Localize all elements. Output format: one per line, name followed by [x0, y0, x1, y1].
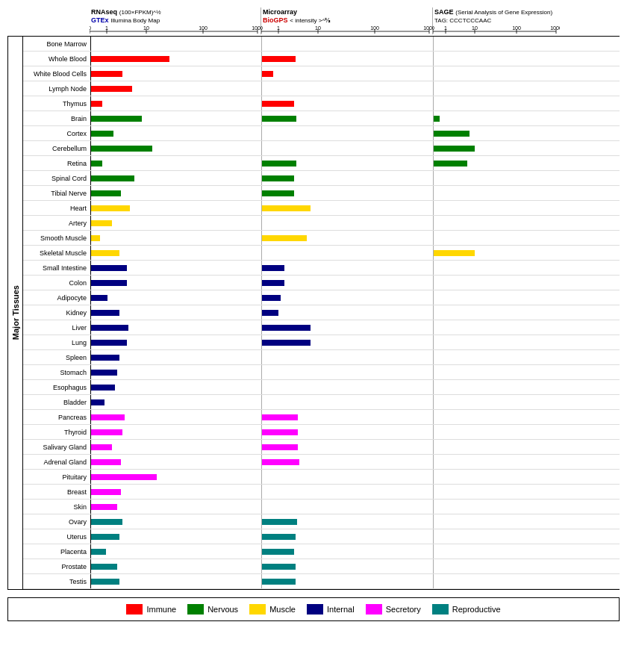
tissue-name: Spinal Cord	[23, 175, 90, 182]
sage-panel	[434, 455, 561, 469]
micro-panel	[262, 186, 434, 200]
rna-panel	[90, 470, 262, 484]
legend: ImmuneNervousMuscleInternalSecretoryRepr…	[7, 597, 620, 621]
rna-bar	[91, 146, 152, 152]
tissue-row: Prostate	[23, 559, 620, 574]
sage-panel	[434, 544, 561, 559]
micro-bar	[262, 340, 311, 346]
sage-bar	[434, 146, 475, 152]
y-axis-label: Major Tissues	[11, 285, 20, 340]
micro-panel	[262, 81, 434, 96]
sage-panel	[434, 216, 561, 230]
legend-item: Immune	[126, 604, 176, 615]
sage-tag: TAG: CCCTCCCAAC	[434, 17, 491, 24]
tissue-name: Whole Blood	[23, 55, 90, 63]
tissue-row: Artery	[23, 216, 620, 231]
tissue-name: Lymph Node	[23, 85, 90, 93]
rna-panel	[90, 231, 262, 245]
tissue-row: Thyroid	[23, 425, 620, 440]
tissue-row: Thymus	[23, 96, 620, 111]
tissue-row: Liver	[23, 320, 620, 335]
micro-panel	[262, 305, 434, 320]
micro-panel	[262, 500, 434, 514]
legend-swatch	[307, 604, 323, 615]
sage-panel	[434, 96, 561, 111]
svg-text:100: 100	[199, 25, 208, 31]
rna-panel	[90, 126, 262, 140]
tissue-name: Artery	[23, 220, 90, 227]
rna-panel	[90, 171, 262, 185]
svg-text:100: 100	[512, 25, 521, 31]
gtex-label: GTEx	[91, 16, 109, 24]
chart-body: Major Tissues Bone MarrowWhole BloodWhit…	[7, 36, 620, 590]
rna-bar	[91, 280, 127, 286]
micro-bar	[262, 325, 311, 331]
rna-bar	[91, 534, 119, 540]
legend-item: Secretory	[366, 604, 421, 615]
sage-panel	[434, 574, 561, 588]
tissue-row: Uterus	[23, 529, 620, 544]
micro-panel	[262, 201, 434, 215]
micro-bar	[262, 116, 296, 122]
tissue-name: Colon	[23, 279, 90, 287]
micro-bar	[262, 579, 296, 585]
tissue-name: Pancreas	[23, 414, 90, 421]
legend-label: Internal	[327, 605, 355, 614]
rna-panel	[90, 425, 262, 439]
sage-panel	[434, 470, 561, 484]
micro-bar	[262, 101, 294, 107]
rna-panel	[90, 201, 262, 215]
micro-panel	[262, 111, 434, 125]
micro-bar	[262, 175, 294, 181]
micro-panel	[262, 395, 434, 409]
micro-panel	[262, 455, 434, 469]
sage-panel	[434, 380, 561, 394]
micro-bar	[262, 190, 294, 196]
micro-panel	[262, 246, 434, 260]
rna-panel	[90, 186, 262, 200]
micro-bar	[262, 519, 297, 525]
micro-bar	[262, 71, 273, 77]
sage-panel	[434, 231, 561, 245]
rna-panel	[90, 52, 262, 66]
micro-axis: 0 1 10 100 1000	[261, 24, 433, 34]
micro-bar	[262, 161, 296, 167]
micro-panel	[262, 470, 434, 484]
legend-item: Nervous	[187, 604, 238, 615]
rna-bar	[91, 325, 128, 331]
micro-panel	[262, 141, 434, 155]
rna-bar	[91, 86, 132, 92]
tissue-row: Kidney	[23, 305, 620, 320]
legend-label: Reproductive	[452, 605, 501, 614]
rna-panel	[90, 111, 262, 125]
micro-panel	[262, 66, 434, 81]
tissue-name: Spleen	[23, 354, 90, 361]
svg-text:100: 100	[370, 25, 379, 31]
tissue-name: Brain	[23, 115, 90, 122]
sage-panel	[434, 126, 561, 140]
rna-bar	[91, 474, 157, 480]
micro-panel	[262, 335, 434, 349]
rna-label: RNAseq	[91, 8, 117, 16]
rna-panel	[90, 216, 262, 230]
micro-panel	[262, 365, 434, 379]
rna-bar	[91, 564, 117, 570]
tissue-row: Spleen	[23, 350, 620, 365]
micro-panel	[262, 216, 434, 230]
rna-panel	[90, 290, 262, 305]
tissue-name: Bone Marrow	[23, 40, 90, 48]
sage-panel	[434, 201, 561, 215]
tissue-row: Bladder	[23, 395, 620, 410]
sage-panel	[434, 365, 561, 379]
rna-bar	[91, 340, 127, 346]
sage-sub: (Serial Analysis of Gene Expression)	[455, 9, 552, 16]
tissue-name: Kidney	[23, 309, 90, 317]
biogps-sub: < intensity >^⅔	[290, 17, 331, 24]
tissue-row: Smooth Muscle	[23, 231, 620, 246]
rna-bar	[91, 489, 121, 495]
rna-bar	[91, 504, 117, 510]
sage-panel	[434, 246, 561, 260]
rna-bar	[91, 190, 121, 196]
sage-panel	[434, 171, 561, 185]
sage-panel	[434, 514, 561, 529]
